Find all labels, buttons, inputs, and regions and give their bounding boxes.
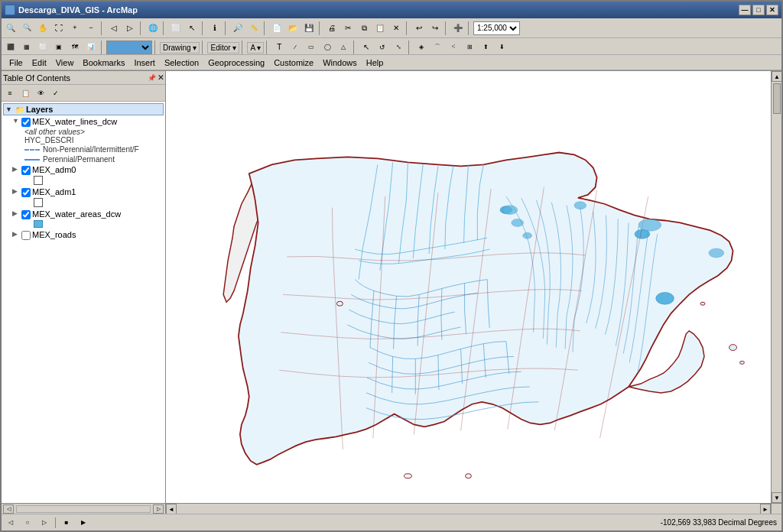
toc-pin-button[interactable]: 📌 — [148, 74, 156, 82]
cut-button[interactable]: ✂ — [340, 21, 356, 36]
tb2-cursor-btn[interactable]: ↖ — [359, 40, 374, 55]
close-button[interactable]: ✕ — [766, 5, 778, 15]
toc-scroll-right-button[interactable]: ▷ — [153, 504, 164, 514]
add-data-button[interactable]: ➕ — [450, 21, 466, 36]
tb2-btn-3[interactable]: ⬜ — [35, 40, 50, 55]
globe-button[interactable]: 🌐 — [145, 21, 161, 36]
select-features-button[interactable]: ⬜ — [168, 21, 184, 36]
map-hscroll-track[interactable] — [177, 504, 760, 514]
menu-customize[interactable]: Customize — [269, 57, 318, 68]
toc-source-view-button[interactable]: 📋 — [18, 86, 32, 100]
toc-zoom-button[interactable]: ○ — [20, 515, 35, 530]
tb2-front-btn[interactable]: ⬆ — [478, 40, 493, 55]
identify-button[interactable]: ℹ — [207, 21, 223, 36]
toc-pan-nav-button[interactable]: ▷ — [37, 515, 52, 530]
map-scroll-right-button[interactable]: ► — [760, 504, 771, 514]
map-scroll-up-button[interactable]: ▲ — [772, 71, 781, 82]
title-bar-text: Descarga_DIVA_GIS - ArcMap — [5, 5, 138, 15]
undo-button[interactable]: ↩ — [411, 21, 427, 36]
find-button[interactable]: 🔎 — [230, 21, 245, 36]
tb2-btn-6[interactable]: 📊 — [83, 40, 99, 55]
paste-button[interactable]: 📋 — [372, 21, 388, 36]
menu-view[interactable]: View — [51, 57, 79, 68]
toc-selection-view-button[interactable]: ✓ — [49, 86, 63, 100]
tb2-btn-5[interactable]: 🗺 — [67, 40, 83, 55]
toc-display-view-button[interactable]: 👁 — [34, 86, 47, 100]
adm1-expand-icon[interactable]: ▶ — [12, 187, 20, 195]
toc-close-button[interactable]: ✕ — [158, 73, 164, 82]
adm1-checkbox[interactable] — [21, 188, 31, 197]
toc-layer-nav-button[interactable]: ◁ — [3, 515, 18, 530]
tb2-back-btn[interactable]: ⬇ — [494, 40, 509, 55]
menu-selection[interactable]: Selection — [160, 57, 203, 68]
full-extent-button[interactable]: ⛶ — [51, 21, 67, 36]
island-4 — [700, 302, 705, 305]
map-canvas[interactable] — [166, 71, 771, 503]
map-scroll-left-button[interactable]: ◄ — [166, 504, 177, 514]
zoom-in-button[interactable]: 🔍 — [3, 21, 18, 36]
menu-geoprocessing[interactable]: Geoprocessing — [203, 57, 269, 68]
new-map-button[interactable]: 📄 — [269, 21, 284, 36]
tb2-node-btn[interactable]: ◈ — [414, 40, 429, 55]
tb2-rotate-btn[interactable]: ↺ — [375, 40, 390, 55]
water-areas-checkbox[interactable] — [21, 210, 31, 219]
menu-windows[interactable]: Windows — [318, 57, 362, 68]
roads-checkbox[interactable] — [21, 231, 31, 240]
toc-play-button[interactable]: ▶ — [76, 515, 91, 530]
map-vscroll-thumb[interactable] — [773, 83, 781, 114]
menu-edit[interactable]: Edit — [28, 57, 51, 68]
save-map-button[interactable]: 💾 — [301, 21, 317, 36]
copy-button[interactable]: ⧉ — [356, 21, 372, 36]
delete-button[interactable]: ✕ — [388, 21, 404, 36]
toc-stop-button[interactable]: ■ — [59, 515, 74, 530]
water-lines-checkbox[interactable] — [21, 118, 31, 127]
tb2-rect-btn[interactable]: ▭ — [304, 40, 319, 55]
menu-bookmarks[interactable]: Bookmarks — [78, 57, 129, 68]
map-vscroll-track[interactable] — [772, 82, 781, 492]
toc-scroll-left-button[interactable]: ◁ — [3, 504, 14, 514]
pan-button[interactable]: ✋ — [35, 21, 50, 36]
toolbar-area: 🔍 🔍 ✋ ⛶ + − ◁ ▷ 🌐 ⬜ ↖ ℹ 🔎 📏 📄 📂 💾 🖨 — [2, 18, 781, 71]
open-map-button[interactable]: 📂 — [285, 21, 301, 36]
water-lines-expand-icon[interactable]: ▼ — [12, 117, 20, 125]
minimize-button[interactable]: — — [739, 5, 751, 15]
tb2-align-btn[interactable]: ⧼ — [446, 40, 461, 55]
tb2-btn-4[interactable]: ▣ — [51, 40, 67, 55]
map-scroll-down-button[interactable]: ▼ — [772, 492, 781, 503]
redo-button[interactable]: ↪ — [427, 21, 443, 36]
print-button[interactable]: 🖨 — [324, 21, 340, 36]
maximize-button[interactable]: □ — [752, 5, 765, 15]
toc-list-view-button[interactable]: ≡ — [3, 86, 17, 100]
menu-help[interactable]: Help — [362, 57, 388, 68]
forward-extent-button[interactable]: ▷ — [122, 21, 138, 36]
tb2-text-btn[interactable]: T — [271, 40, 287, 55]
menu-file[interactable]: File — [5, 57, 28, 68]
tb2-line-btn[interactable]: ∕ — [288, 40, 303, 55]
fixed-zoom-in-button[interactable]: + — [67, 21, 83, 36]
roads-expand-icon[interactable]: ▶ — [12, 230, 20, 238]
measure-button[interactable]: 📏 — [246, 21, 262, 36]
drawing-label[interactable]: Drawing ▾ — [160, 42, 200, 54]
menu-insert[interactable]: Insert — [129, 57, 160, 68]
tb2-smooth-btn[interactable]: ⌒ — [430, 40, 445, 55]
adm0-checkbox[interactable] — [21, 166, 31, 175]
tb2-poly-btn[interactable]: △ — [336, 40, 351, 55]
tb2-ellipse-btn[interactable]: ◯ — [320, 40, 335, 55]
toc-layers-label: Layers — [26, 105, 53, 114]
nonperennial-label: Non-Perennial/Intermittent/F — [43, 145, 139, 154]
tb2-scale-btn[interactable]: ⤡ — [391, 40, 406, 55]
map-area[interactable]: ▲ ▼ ◄ ► — [166, 71, 781, 514]
zoom-out-button[interactable]: 🔍 — [19, 21, 34, 36]
scale-select[interactable]: 1:25,000 — [473, 21, 520, 35]
toc-layers-group[interactable]: ▼ 📁 Layers — [3, 103, 164, 115]
select-elements-button[interactable]: ↖ — [184, 21, 200, 36]
back-extent-button[interactable]: ◁ — [106, 21, 122, 36]
water-areas-expand-icon[interactable]: ▶ — [12, 209, 20, 217]
tb2-btn-2[interactable]: ▦ — [19, 40, 34, 55]
fixed-zoom-out-button[interactable]: − — [83, 21, 99, 36]
color-select[interactable] — [106, 41, 152, 54]
adm0-expand-icon[interactable]: ▶ — [12, 165, 20, 173]
tb2-group-btn[interactable]: ⊞ — [462, 40, 477, 55]
tb2-btn-1[interactable]: ⬛ — [3, 40, 18, 55]
font-label[interactable]: A ▾ — [247, 42, 264, 54]
